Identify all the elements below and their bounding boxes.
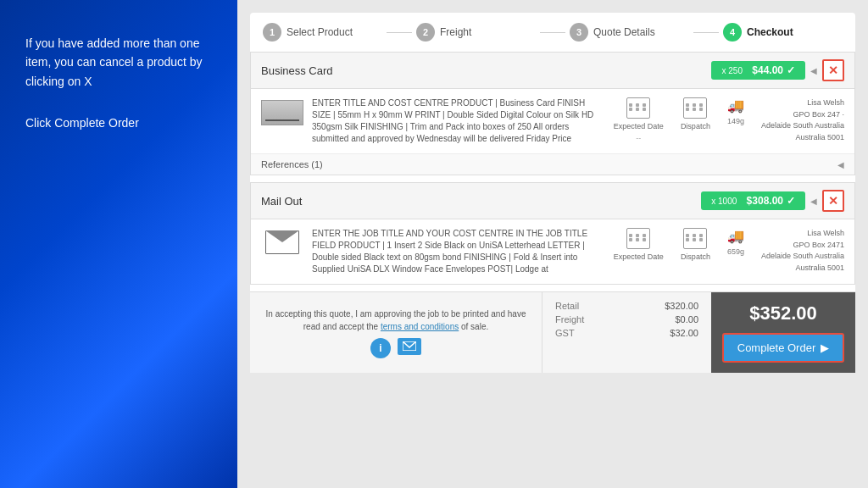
email-svg: [403, 341, 416, 351]
terms-text: In accepting this quote, I am approving …: [263, 308, 529, 333]
expected-date-label: Expected Date: [614, 122, 664, 130]
retail-line: Retail $320.00: [555, 301, 698, 311]
freight-line: Freight $0.00: [555, 314, 698, 324]
expected-date-mail-out: Expected Date: [614, 228, 664, 261]
weight-value-mail-out: 659g: [727, 247, 744, 256]
step-3[interactable]: 3 Quote Details: [570, 23, 689, 42]
retail-amount: $320.00: [665, 301, 698, 311]
step-divider-2: [540, 32, 565, 33]
address-line3-mo: Australia 5001: [761, 263, 844, 274]
step-2-label: Freight: [440, 26, 471, 38]
footer-row: In accepting this quote, I am approving …: [250, 292, 855, 373]
product-description-mail-out: ENTER THE JOB TITLE AND YOUR COST CENTRE…: [312, 228, 605, 275]
step-3-circle: 3: [570, 23, 588, 42]
step-2-circle: 2: [416, 23, 435, 42]
product-meta-mail-out: Expected Date Dispatch 🚚 659g: [614, 228, 844, 274]
step-1[interactable]: 1 Select Product: [263, 23, 382, 42]
calendar-icon-dispatch: [683, 97, 707, 119]
freight-amount: $0.00: [675, 314, 698, 324]
product-row-mail-out: ENTER THE JOB TITLE AND YOUR COST CENTRE…: [251, 219, 854, 284]
step-4-circle: 4: [723, 23, 742, 42]
action-text: Click Complete Order: [25, 116, 212, 130]
references-expand-icon: ◀: [837, 160, 844, 169]
price-badge-mail-out: x 1000 $308.00 ✓: [701, 191, 805, 210]
address-line1-mo: GPO Box 2471: [761, 240, 844, 252]
business-card-thumbnail: [261, 100, 303, 125]
calendar-icon-expected: [626, 97, 650, 119]
dispatch-mail-out: Dispatch: [681, 228, 710, 261]
step-divider-3: [693, 32, 719, 33]
address-name-bc: Lisa Welsh: [761, 97, 844, 109]
total-price: $352.00: [749, 302, 817, 324]
product-row-business-card: ENTER TITLE AND COST CENTRE PRODUCT | Bu…: [251, 89, 854, 153]
left-panel: If you have added more than one item, yo…: [0, 0, 237, 488]
checkmark-mail-out: ✓: [787, 195, 795, 207]
gst-label: GST: [555, 328, 575, 338]
expand-icon-business-card: ◀: [810, 66, 817, 75]
product-header-business-card: Business Card x 250 $44.00 ✓ ◀ ✕: [251, 53, 854, 89]
terms-link[interactable]: terms and conditions: [381, 322, 459, 331]
envelope-thumbnail: [265, 230, 299, 256]
footer-section: In accepting this quote, I am approving …: [250, 291, 855, 373]
product-header-right-mail-out: x 1000 $308.00 ✓ ◀ ✕: [701, 190, 844, 212]
calendar-icon-expected-mo: [626, 228, 650, 249]
weight-business-card: 🚚 149g: [727, 97, 744, 125]
step-3-label: Quote Details: [593, 26, 655, 38]
qty-mail-out: x 1000: [711, 197, 737, 206]
expected-date-label-mo: Expected Date: [614, 252, 664, 261]
terms-after: of sale.: [461, 322, 488, 331]
gst-amount: $32.00: [670, 328, 698, 338]
complete-order-label: Complete Order: [737, 341, 815, 354]
expand-icon-mail-out: ◀: [810, 197, 817, 206]
product-section-business-card: Business Card x 250 $44.00 ✓ ◀ ✕ ENTER: [250, 52, 855, 175]
product-header-mail-out: Mail Out x 1000 $308.00 ✓ ◀ ✕: [251, 183, 854, 219]
step-1-label: Select Product: [287, 26, 353, 38]
footer-icons: i: [263, 338, 529, 358]
references-row: References (1) ◀: [251, 153, 854, 175]
step-4-label: Checkout: [747, 26, 793, 38]
pricing-column: Retail $320.00 Freight $0.00 GST $32.00: [542, 292, 711, 373]
remove-button-mail-out[interactable]: ✕: [822, 190, 844, 212]
qty-business-card: x 250: [721, 66, 742, 75]
product-title-mail-out: Mail Out: [261, 195, 302, 208]
product-description-business-card: ENTER TITLE AND COST CENTRE PRODUCT | Bu…: [312, 97, 605, 145]
calendar-icon-dispatch-mo: [683, 228, 707, 249]
weight-mail-out: 🚚 659g: [727, 228, 744, 256]
product-section-mail-out: Mail Out x 1000 $308.00 ✓ ◀ ✕: [250, 182, 855, 285]
expected-date-business-card: Expected Date --: [614, 97, 664, 142]
product-image-mail-out: [261, 228, 303, 258]
product-header-right-business-card: x 250 $44.00 ✓ ◀ ✕: [711, 59, 844, 81]
step-divider-1: [387, 32, 412, 33]
retail-label: Retail: [555, 301, 579, 311]
address-line3-bc: Australia 5001: [761, 132, 844, 144]
step-2[interactable]: 2 Freight: [416, 23, 536, 42]
remove-button-business-card[interactable]: ✕: [822, 59, 844, 81]
product-image-business-card: [261, 97, 303, 127]
price-badge-business-card: x 250 $44.00 ✓: [711, 61, 805, 80]
expected-date-value: --: [636, 134, 641, 142]
stepper: 1 Select Product 2 Freight 3 Quote Detai…: [250, 13, 855, 52]
freight-label: Freight: [555, 314, 584, 324]
delivery-address-business-card: Lisa Welsh GPO Box 247 · Adelaide South …: [761, 97, 844, 143]
truck-icon-mail-out: 🚚: [727, 228, 744, 244]
complete-order-button[interactable]: Complete Order ▶: [722, 333, 844, 363]
footer-left: In accepting this quote, I am approving …: [250, 292, 542, 373]
info-icon[interactable]: i: [370, 338, 391, 358]
delivery-address-mail-out: Lisa Welsh GPO Box 2471 Adelaide South A…: [761, 228, 844, 274]
step-1-circle: 1: [263, 23, 281, 42]
checkmark-business-card: ✓: [787, 64, 795, 76]
references-label: References (1): [261, 159, 323, 169]
address-line2-bc: Adelaide South Australia: [761, 120, 844, 132]
main-content: Business Card x 250 $44.00 ✓ ◀ ✕ ENTER: [250, 52, 855, 373]
dispatch-label: Dispatch: [681, 122, 710, 130]
price-mail-out: $308.00: [747, 195, 783, 207]
arrow-right-icon: ▶: [821, 341, 829, 354]
price-business-card: $44.00: [752, 64, 783, 76]
truck-icon-business-card: 🚚: [727, 97, 744, 114]
instruction-text: If you have added more than one item, yo…: [25, 34, 212, 91]
address-line2-mo: Adelaide South Australia: [761, 251, 844, 263]
product-title-business-card: Business Card: [261, 64, 333, 77]
email-icon[interactable]: [398, 338, 421, 355]
gst-line: GST $32.00: [555, 328, 698, 338]
step-4[interactable]: 4 Checkout: [723, 23, 843, 42]
